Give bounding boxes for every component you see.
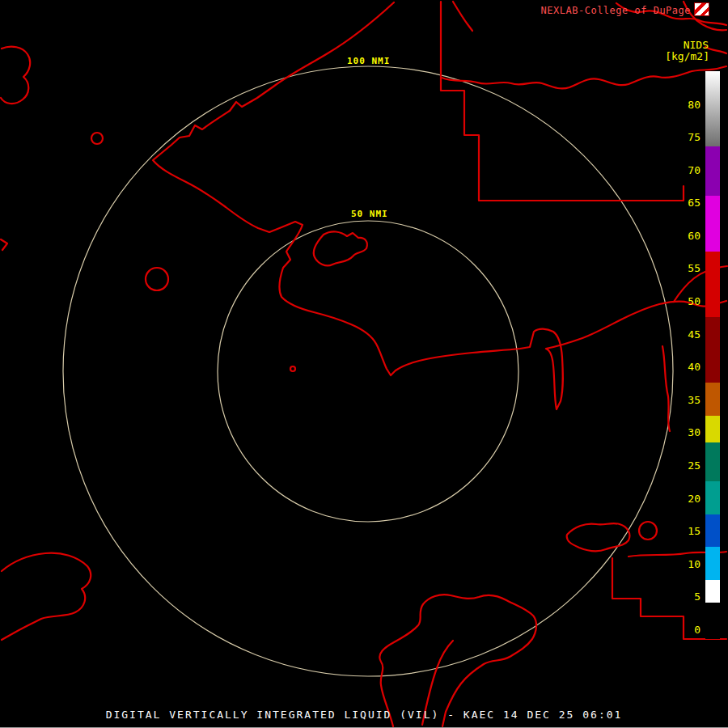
colorbar-tick-80: 80 (688, 99, 700, 109)
product-title: DIGITAL VERTICALLY INTEGRATED LIQUID (VI… (106, 709, 623, 721)
island-center (314, 231, 367, 265)
range-ring-50nmi (218, 221, 518, 522)
brand-text: NEXLAB-College of DuPage (541, 5, 691, 16)
peninsula-bottom-right (567, 523, 630, 551)
island-small-circle-a (91, 133, 103, 144)
island-left-top (1, 47, 30, 104)
colorbar-tick-60: 60 (688, 230, 700, 240)
left-edge-mark (1, 239, 7, 250)
radar-display: 100 NMI 50 NMI NEXLAB-College of DuPage … (0, 0, 728, 728)
coastline-northwest-and-central (153, 2, 726, 409)
coastline-top-small-spur (453, 2, 472, 31)
colorbar-tick-70: 70 (688, 164, 700, 175)
colorbar-tick-20: 20 (688, 493, 700, 503)
colorbar-tick-50: 50 (688, 296, 700, 307)
range-ring-label-50nmi: 50 NMI (351, 209, 388, 219)
colorbar-bar (705, 71, 720, 639)
colorbar-units-label: [kg/m2] (665, 50, 709, 62)
colorbar-segment-12.5-to-17.5 (705, 514, 720, 548)
colorbar-tick-40: 40 (688, 362, 700, 372)
colorbar-tick-75: 75 (688, 132, 700, 142)
colorbar-tick-15: 15 (688, 526, 700, 536)
landmass-bottom-center (379, 595, 536, 726)
colorbar-tick-5: 5 (694, 591, 700, 602)
boundary-right-edge (662, 346, 670, 431)
colorbar-segment-37.5-to-47.5 (705, 317, 720, 383)
colorbar-tick-10: 10 (688, 558, 700, 569)
coastline-northeast-wavy (442, 66, 726, 88)
colorbar-tick-45: 45 (688, 328, 700, 339)
colorbar: 80757065605550454035302520151050 (705, 71, 720, 639)
colorbar-tick-25: 25 (688, 459, 700, 470)
colorbar-segment-4-to-7.5 (705, 580, 720, 603)
colorbar-tick-0: 0 (694, 624, 700, 634)
colorbar-segment-66-to-73.5 (705, 146, 720, 196)
colorbar-segment-73.5-to-85 (705, 71, 720, 146)
colorbar-tick-30: 30 (688, 427, 700, 438)
range-ring-label-100nmi: 100 NMI (347, 56, 390, 66)
colorbar-segment-32.5-to-37.5 (705, 383, 720, 416)
colorbar-product-label: NIDS (684, 39, 709, 51)
radar-map (0, 0, 728, 728)
colorbar-segment-57.5-to-66 (705, 196, 720, 252)
colorbar-segment--1.5-to-4 (705, 603, 720, 639)
nexlab-logo-icon (695, 3, 709, 15)
colorbar-segment-17.5-to-22.5 (705, 481, 720, 514)
colorbar-segment-28.5-to-32.5 (705, 416, 720, 442)
boundary-steps-north (441, 2, 684, 201)
colorbar-segment-47.5-to-57.5 (705, 252, 720, 317)
island-small-circle-b (146, 268, 168, 290)
island-circle-bottom-right (639, 522, 657, 540)
colorbar-tick-35: 35 (688, 394, 700, 404)
colorbar-segment-22.5-to-28.5 (705, 442, 720, 482)
colorbar-tick-55: 55 (688, 263, 700, 273)
map-outlines (1, 2, 727, 726)
islet-dot-center (290, 366, 295, 371)
colorbar-segment-7.5-to-12.5 (705, 547, 720, 580)
colorbar-tick-65: 65 (688, 197, 700, 208)
island-bottom-left (2, 553, 91, 640)
